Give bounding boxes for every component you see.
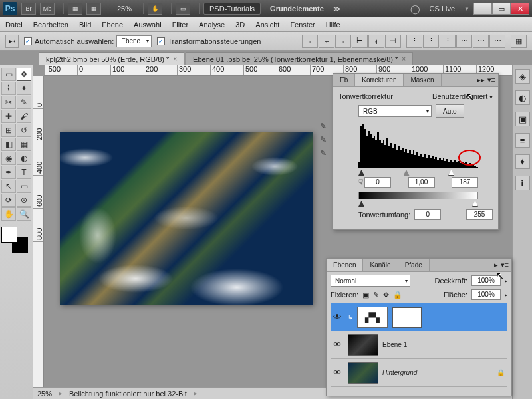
auto-align-icon[interactable]: ▦ (511, 35, 527, 48)
distribute-5-icon[interactable]: ⋯ (473, 35, 489, 48)
color-swatches[interactable] (1, 227, 28, 253)
tab-ebenen[interactable]: Ebenen (327, 259, 363, 271)
tab-eb[interactable]: Eb (333, 74, 355, 86)
channel-dropdown[interactable]: RGB (358, 105, 432, 117)
align-right-icon[interactable]: ⊣ (385, 35, 401, 48)
actions-dock-icon[interactable]: ✦ (515, 154, 530, 169)
hand-tool[interactable]: ✋ (1, 207, 16, 221)
distribute-2-icon[interactable]: ⋮ (423, 35, 439, 48)
tab-masken[interactable]: Masken (404, 74, 441, 86)
collapse-icon[interactable]: ▸ (494, 261, 498, 269)
auto-select-dropdown[interactable]: Ebene (116, 35, 152, 47)
heal-tool[interactable]: ✚ (1, 110, 16, 123)
document-canvas[interactable] (60, 132, 313, 305)
blend-mode-dropdown[interactable]: Normal (331, 275, 410, 287)
move-tool[interactable]: ✥ (17, 68, 31, 81)
lock-position-icon[interactable]: ✥ (383, 291, 389, 299)
panel-menu-icon[interactable]: ▾≡ (501, 261, 509, 269)
range-hi-input[interactable]: 255 (466, 209, 493, 220)
midtone-slider[interactable] (404, 170, 410, 176)
layer-row[interactable]: 👁 ↳ ▞▚ (331, 303, 507, 331)
tab-pfade[interactable]: Pfade (398, 259, 430, 271)
tutorial-pill[interactable]: PSD-Tutorials (203, 3, 261, 15)
opacity-input[interactable]: 100% (471, 275, 501, 286)
menu-ansicht[interactable]: Ansicht (255, 21, 279, 29)
maximize-button[interactable]: ▭ (492, 3, 511, 15)
visibility-icon[interactable]: 👁 (333, 312, 344, 322)
camera-tool[interactable]: ⊙ (17, 194, 31, 207)
visibility-icon[interactable]: 👁 (333, 340, 344, 350)
layer-name[interactable]: Hintergrund (382, 369, 417, 376)
highlight-input[interactable]: 187 (452, 177, 478, 188)
menu-datei[interactable]: Datei (5, 21, 23, 29)
auto-button[interactable]: Auto (436, 104, 464, 118)
gray-eyedropper-icon[interactable]: ✎ (320, 135, 333, 146)
adjustments-dock-icon[interactable]: ◐ (515, 90, 530, 105)
layer-thumb[interactable] (348, 334, 378, 356)
zoom-display[interactable]: 25% (114, 5, 134, 13)
tab-kanaele[interactable]: Kanäle (363, 259, 398, 271)
shadow-input[interactable]: 0 (364, 177, 391, 188)
hand-icon[interactable]: ☟ (358, 178, 363, 187)
hand-icon[interactable]: ✋ (148, 3, 162, 15)
menu-bild[interactable]: Bild (79, 21, 91, 29)
doc-tab-2[interactable]: Ebene 01 .psb bei 25% (Tonwertkorrektur … (186, 52, 413, 65)
align-top-icon[interactable]: ⫠ (302, 35, 318, 48)
align-hcenter-icon[interactable]: ⫞ (368, 35, 384, 48)
stamp-tool[interactable]: ⊞ (1, 124, 16, 137)
move-tool-preset[interactable]: ▸✦ (5, 35, 19, 48)
collapse-icon[interactable]: ▸▸ (477, 76, 485, 84)
layer-row[interactable]: 👁 Ebene 1 (331, 331, 507, 359)
fill-input[interactable]: 100% (471, 289, 501, 300)
bridge-button[interactable]: Br (21, 3, 36, 15)
dodge-tool[interactable]: ◐ (17, 152, 31, 165)
brush-tool[interactable]: 🖌 (17, 110, 31, 123)
pen-tool[interactable]: ✒ (1, 166, 16, 179)
mask-thumb[interactable] (392, 307, 422, 328)
history-brush-tool[interactable]: ↺ (17, 124, 31, 137)
black-eyedropper-icon[interactable]: ✎ (320, 122, 333, 132)
transform-checkbox[interactable]: ✓ (157, 37, 165, 45)
menu-hilfe[interactable]: Hilfe (326, 21, 340, 29)
layer-thumb[interactable] (348, 362, 378, 384)
screen-mode-button[interactable]: ▭ (176, 3, 190, 15)
output-hi-slider[interactable] (472, 201, 478, 207)
eyedropper-tool[interactable]: ✎ (17, 96, 31, 109)
menu-auswahl[interactable]: Auswahl (134, 21, 162, 29)
range-lo-input[interactable]: 0 (414, 209, 441, 220)
lock-all-icon[interactable]: 🔒 (393, 291, 402, 299)
3d-tool[interactable]: ⟳ (1, 194, 16, 207)
highlight-slider[interactable] (448, 170, 454, 176)
wand-tool[interactable]: ✦ (17, 82, 31, 95)
preset-dropdown[interactable]: Benutzerdefiniert ▾ (432, 92, 493, 100)
masks-dock-icon[interactable]: ▣ (515, 112, 530, 126)
distribute-6-icon[interactable]: ⋯ (489, 35, 505, 48)
foreground-swatch[interactable] (1, 227, 17, 243)
align-left-icon[interactable]: ⊢ (352, 35, 368, 48)
lock-transparency-icon[interactable]: ▣ (362, 291, 369, 299)
close-icon[interactable]: × (402, 55, 406, 63)
close-icon[interactable]: × (173, 55, 177, 63)
panel-menu-icon[interactable]: ▾≡ (487, 76, 495, 84)
zoom-tool[interactable]: 🔍 (17, 207, 31, 221)
cslive-button[interactable]: CS Live (424, 3, 461, 15)
marquee-tool[interactable]: ▭ (1, 68, 16, 81)
minibridge-button[interactable]: Mb (40, 3, 55, 15)
distribute-1-icon[interactable]: ⋮ (406, 35, 422, 48)
white-eyedropper-icon[interactable]: ✎ (320, 148, 333, 159)
menu-analyse[interactable]: Analyse (199, 21, 225, 29)
status-zoom[interactable]: 25% (37, 390, 52, 398)
output-lo-slider[interactable] (358, 201, 364, 207)
layer-row[interactable]: 👁 Hintergrund 🔒 (331, 359, 507, 387)
shadow-slider[interactable] (358, 170, 364, 176)
menu-3d[interactable]: 3D (235, 21, 245, 29)
lock-pixels-icon[interactable]: ✎ (373, 291, 379, 299)
tab-korrekturen[interactable]: Korrekturen (355, 74, 404, 86)
align-vcenter-icon[interactable]: ⫟ (319, 35, 334, 48)
chevron-right-icon[interactable]: ≫ (333, 5, 341, 13)
info-dock-icon[interactable]: ℹ (515, 176, 530, 190)
path-tool[interactable]: ↖ (1, 180, 16, 193)
visibility-icon[interactable]: 👁 (333, 368, 344, 378)
view-extras-button[interactable]: ▦ (68, 3, 82, 15)
menu-filter[interactable]: Filter (172, 21, 188, 29)
